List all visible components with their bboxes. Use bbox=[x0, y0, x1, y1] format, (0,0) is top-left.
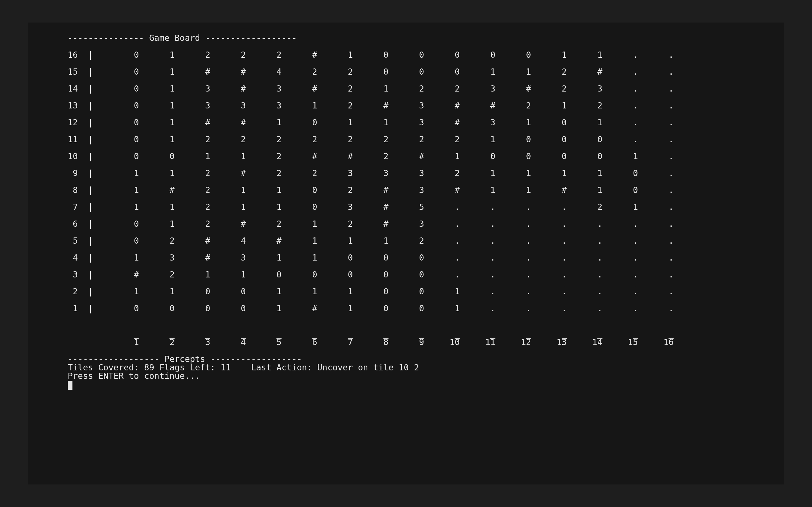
last-action-label: Last Action: bbox=[251, 362, 312, 372]
cursor-icon bbox=[68, 381, 72, 390]
game-board-rows: 16 | 0 1 2 2 2 # 1 0 0 0 0 0 1 1 . . 15 … bbox=[68, 50, 673, 313]
terminal-pane[interactable]: --------------- Game Board -------------… bbox=[28, 22, 784, 485]
last-action-value: Uncover on tile 10 2 bbox=[317, 362, 419, 372]
flags-left-value: 11 bbox=[220, 362, 231, 372]
board-title: --------------- Game Board -------------… bbox=[68, 33, 297, 43]
column-axis: _ _ _ _ _ _ _ _ _ _ _ _ _ _ _ _ 1 2 3 4 … bbox=[68, 329, 673, 347]
window-frame: --------------- Game Board -------------… bbox=[0, 0, 812, 507]
continue-prompt: Press ENTER to continue... bbox=[68, 371, 200, 381]
